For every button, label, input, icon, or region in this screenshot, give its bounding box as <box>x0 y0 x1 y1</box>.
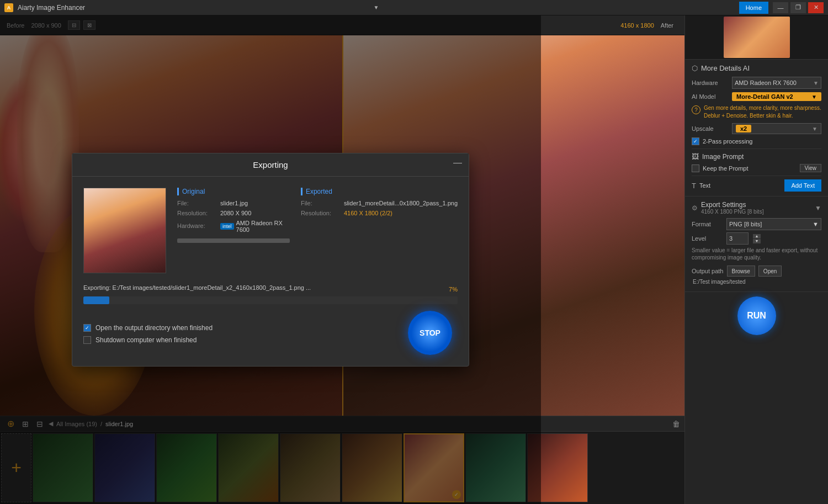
stop-button[interactable]: STOP <box>408 311 452 355</box>
orig-file-value: slider1.jpg <box>220 200 248 206</box>
browse-button[interactable]: Browse <box>727 266 755 277</box>
orig-res-row: Resolution: 2080 X 900 <box>177 210 290 216</box>
preview-thumbnail <box>685 15 828 60</box>
upscale-row: Upscale x2 ▼ <box>692 123 821 134</box>
two-pass-label: 2-Pass processing <box>703 138 753 145</box>
upscale-value: x2 <box>736 125 751 132</box>
export-title: Export Settings <box>701 201 811 209</box>
restore-button[interactable]: ❐ <box>790 2 806 13</box>
divider <box>692 148 821 149</box>
modal-body: Original File: slider1.jpg Resolution: 2… <box>72 177 469 366</box>
level-label: Level <box>692 235 722 242</box>
hardware-row: Hardware AMD Radeon RX 7600 ▼ <box>692 77 821 89</box>
modal-image-section: Original File: slider1.jpg Resolution: 2… <box>83 188 458 273</box>
dropdown-arrow-icon[interactable]: ▼ <box>373 4 379 10</box>
orig-hw-value: AMD Radeon RX 7600 <box>236 220 290 233</box>
gear-icon: ⚙ <box>692 204 698 212</box>
help-text: Gen more details, more clarity, more sha… <box>704 104 821 120</box>
level-arrows: ▲ ▼ <box>753 234 761 243</box>
main-layout: Before 2080 x 900 ⊟ ⊠ 4160 x 1800 After <box>0 15 828 504</box>
output-path-value: E:/Test images/tested <box>692 279 821 285</box>
view-button[interactable]: View <box>800 164 822 172</box>
close-button[interactable]: ✕ <box>808 2 824 13</box>
modal-close-button[interactable]: — <box>453 158 462 168</box>
format-label: Format <box>692 221 722 227</box>
export-percent: 7% <box>449 286 458 293</box>
text-icon: T <box>692 182 696 190</box>
hardware-label: Hardware <box>692 79 728 86</box>
enhance-icon: ⬡ <box>692 64 698 72</box>
after-label: After <box>661 22 673 29</box>
keep-prompt-label: Keep the Prompt <box>703 165 749 172</box>
home-button[interactable]: Home <box>739 2 768 14</box>
right-sidebar: ⬡ More Details AI Hardware AMD Radeon RX… <box>684 15 828 504</box>
add-text-button[interactable]: Add Text <box>784 179 821 192</box>
shutdown-row: Shutdown computer when finished <box>83 336 213 344</box>
export-path-text: Exporting: E:/Test images/tested/slider1… <box>83 284 311 291</box>
exp-res-row: Resolution: 4160 X 1800 (2/2) <box>301 210 458 216</box>
shutdown-checkbox[interactable] <box>83 336 91 344</box>
level-input[interactable] <box>726 232 749 245</box>
exported-label: Exported <box>301 188 458 195</box>
level-down-button[interactable]: ▼ <box>753 239 761 243</box>
orig-progress-bar <box>177 238 290 243</box>
modal-thumbnail <box>83 188 166 273</box>
open-dir-checkbox[interactable]: ✓ <box>83 324 91 332</box>
exp-file-key: File: <box>301 200 339 206</box>
export-settings-section: ⚙ Export Settings 4160 X 1800 PNG [8 bit… <box>685 197 828 292</box>
export-modal-overlay: Exporting — Original <box>0 15 541 504</box>
modal-title: Exporting <box>253 160 288 169</box>
two-pass-row: ✓ 2-Pass processing <box>692 137 821 145</box>
delete-button[interactable]: 🗑 <box>672 420 680 428</box>
help-row: ? Gen more details, more clarity, more s… <box>692 104 821 120</box>
upscale-select[interactable]: x2 ▼ <box>732 123 821 134</box>
orig-hw-key: Hardware: <box>177 222 216 229</box>
image-prompt-title: 🖼 Image Prompt <box>692 152 821 161</box>
modal-info-columns: Original File: slider1.jpg Resolution: 2… <box>177 188 458 243</box>
format-dropdown-icon: ▼ <box>813 221 819 227</box>
output-path-label: Output path <box>692 268 724 274</box>
ai-model-dropdown-icon: ▼ <box>811 94 817 100</box>
two-pass-checkbox[interactable]: ✓ <box>692 137 699 145</box>
text-label: Text <box>699 182 710 189</box>
image-prompt-section: 🖼 Image Prompt Keep the Prompt View <box>692 152 821 172</box>
help-icon: ? <box>692 105 700 114</box>
exp-res-value: 4160 X 1800 (2/2) <box>344 210 392 216</box>
ai-model-value: More-Detail GAN v2 <box>736 93 793 100</box>
checkbox-check-icon: ✓ <box>85 325 89 331</box>
minimize-button[interactable]: — <box>773 2 788 13</box>
format-select[interactable]: PNG [8 bits] ▼ <box>726 218 821 230</box>
export-header: ⚙ Export Settings 4160 X 1800 PNG [8 bit… <box>692 201 821 215</box>
format-value: PNG [8 bits] <box>729 221 762 227</box>
export-status: Exporting: E:/Test images/tested/slider1… <box>83 284 458 304</box>
open-folder-button[interactable]: Open <box>758 266 782 277</box>
image-panel: Before 2080 x 900 ⊟ ⊠ 4160 x 1800 After <box>0 15 684 504</box>
exp-res-key: Resolution: <box>301 210 339 216</box>
hardware-select[interactable]: AMD Radeon RX 7600 ▼ <box>732 77 821 89</box>
keep-prompt-row: Keep the Prompt View <box>692 164 821 172</box>
level-row: Level ▲ ▼ <box>692 232 821 245</box>
original-info-column: Original File: slider1.jpg Resolution: 2… <box>177 188 290 243</box>
export-subtitle: 4160 X 1800 PNG [8 bits] <box>701 209 811 215</box>
orig-file-row: File: slider1.jpg <box>177 200 290 206</box>
hardware-dropdown-icon: ▼ <box>813 80 819 86</box>
ai-model-select[interactable]: More-Detail GAN v2 ▼ <box>732 92 821 101</box>
hardware-value: AMD Radeon RX 7600 <box>735 79 797 86</box>
open-dir-row: ✓ Open the output directory when finishe… <box>83 324 213 332</box>
preview-image <box>724 17 790 58</box>
orig-res-key: Resolution: <box>177 210 216 216</box>
expand-icon[interactable]: ▼ <box>815 204 821 212</box>
run-button[interactable]: RUN <box>737 296 776 335</box>
modal-options: ✓ Open the output directory when finishe… <box>83 324 213 344</box>
upscale-dropdown-icon: ▼ <box>812 126 818 132</box>
export-progress-fill <box>83 296 109 304</box>
app-title: Aiarty Image Enhancer <box>18 4 369 12</box>
intel-badge: intel <box>220 223 234 230</box>
level-up-button[interactable]: ▲ <box>753 234 761 238</box>
after-resolution: 4160 x 1800 <box>620 22 654 29</box>
app-logo: A <box>4 3 13 12</box>
keep-prompt-checkbox[interactable] <box>692 165 699 172</box>
open-dir-label: Open the output directory when finished <box>95 324 213 332</box>
output-path-row: Output path Browse Open <box>692 266 821 277</box>
exp-file-value: slider1_moreDetail...0x1800_2pass_1.png <box>344 200 458 206</box>
